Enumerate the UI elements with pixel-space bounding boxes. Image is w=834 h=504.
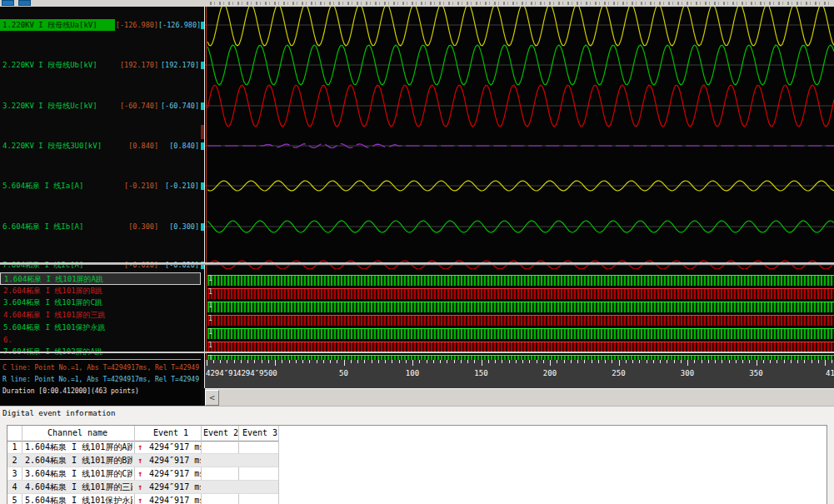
axis-tick bbox=[378, 360, 379, 363]
analog-channel-label: 7.604柘泉 I 线Ic[A] bbox=[0, 259, 115, 271]
event-table-row-3[interactable]: 33.604柘泉 I 线101屏的C跳↑4294″917 ms bbox=[7, 467, 827, 481]
digital-state-label: 1 bbox=[208, 342, 212, 349]
digital-channel-row-6[interactable]: 6. bbox=[0, 334, 201, 347]
analog-channel-row-7[interactable]: 7.604柘泉 I 线Ic[A][-0.020][-0.020] bbox=[0, 259, 201, 271]
analog-channel-label: 1.220KV I 段母线Ua[kV] bbox=[0, 19, 115, 31]
axis-tick bbox=[427, 360, 427, 363]
waveform-display-area[interactable]: 1111111 4294″914294″95005010015020025030… bbox=[205, 7, 834, 388]
event-channel-name: 5.604柘泉 I 线101保护永跳 bbox=[25, 494, 132, 504]
axis-tick bbox=[653, 360, 654, 363]
axis-tick bbox=[702, 360, 702, 363]
c-cursor-value: [0.840] bbox=[115, 142, 158, 150]
digital-channel-row-5[interactable]: 5.604柘泉 I 线101保护永跳 bbox=[0, 322, 201, 334]
axis-tick bbox=[474, 360, 475, 363]
analog-channel-row-1[interactable]: 1.220KV I 段母线Ua[kV][-126.980][-126.980] bbox=[0, 19, 201, 31]
analog-channel-row-2[interactable]: 2.220KV I 段母线Ub[kV][192.170][192.170] bbox=[0, 59, 201, 71]
axis-tick bbox=[302, 360, 303, 363]
axis-tick bbox=[557, 360, 557, 363]
r-cursor-value: [192.170] bbox=[158, 61, 201, 69]
axis-tick bbox=[275, 360, 276, 366]
row-number: 2 bbox=[7, 454, 22, 467]
analog-channel-label: 6.604柘泉 I 线Ib[A] bbox=[0, 221, 115, 232]
axis-tick bbox=[715, 360, 716, 363]
axis-tick bbox=[729, 360, 730, 363]
axis-major-label: 150 bbox=[474, 369, 487, 377]
axis-tick bbox=[502, 360, 502, 363]
splitter-handle bbox=[201, 125, 204, 139]
row-number: 1 bbox=[7, 441, 22, 454]
digital-channel-row-4[interactable]: 4.604柘泉 I 线101屏的三跳 bbox=[0, 309, 201, 322]
zero-level-marker bbox=[201, 22, 204, 29]
event-table-row-2[interactable]: 22.604柘泉 I 线101屏的B跳↑4294″917 ms bbox=[7, 454, 827, 467]
axis-tick bbox=[543, 360, 544, 363]
fault-recorder-viewer-window: 1.220KV I 段母线Ua[kV][-126.980][-126.980]2… bbox=[0, 0, 834, 504]
analog-channel-row-3[interactable]: 3.220KV I 段母线Uc[kV][-60.740][-60.740] bbox=[0, 100, 201, 112]
zero-level-marker bbox=[201, 182, 204, 190]
cursor-status-panel: C line: Point No.=1, Abs T=4294917ms, Re… bbox=[0, 359, 201, 406]
axis-tick bbox=[537, 360, 537, 363]
analog-channel-label: 4.220KV I 段母线3U0[kV] bbox=[0, 140, 115, 152]
row-number: 3 bbox=[7, 467, 22, 481]
time-axis: 4294″914294″95005010015020025030035041 bbox=[205, 360, 834, 388]
clipped-title-text bbox=[210, 2, 832, 5]
axis-edge-label-1: 4294″91 bbox=[206, 369, 237, 377]
axis-tick bbox=[399, 360, 400, 363]
axis-tick bbox=[681, 360, 682, 363]
axis-major-label: 100 bbox=[406, 369, 419, 377]
event1-time: 4294″917 ms bbox=[149, 481, 201, 494]
event-table-row-5[interactable]: 55.604柘泉 I 线101保护永跳↑4294″917 ms bbox=[7, 494, 827, 504]
axis-tick bbox=[337, 360, 337, 363]
r-cursor-value: [-60.740] bbox=[158, 102, 201, 110]
channel-list-panel: 1.220KV I 段母线Ua[kV][-126.980][-126.980]2… bbox=[0, 7, 201, 406]
event-table-row-4[interactable]: 44.604柘泉 I 线101屏的三跳↑4294″917 ms bbox=[7, 481, 827, 494]
axis-tick bbox=[818, 360, 819, 363]
axis-tick bbox=[323, 360, 324, 363]
axis-tick bbox=[227, 360, 227, 363]
event-table-row-1[interactable]: 11.604柘泉 I 线101屏的A跳↑4294″917 ms bbox=[7, 441, 827, 454]
c-cursor-value: [-60.740] bbox=[115, 102, 158, 110]
axis-tick bbox=[364, 360, 365, 363]
digital-event-section: Digital event information Channel name E… bbox=[0, 406, 834, 504]
axis-tick bbox=[784, 360, 785, 363]
axis-tick bbox=[467, 360, 468, 363]
toolbar-icon-2[interactable] bbox=[18, 0, 31, 6]
axis-tick bbox=[296, 360, 297, 363]
digital-channel-row-1[interactable]: 1.604柘泉 I 线101屏的A跳 bbox=[0, 272, 201, 285]
axis-tick bbox=[736, 360, 737, 363]
c-line-status: C line: Point No.=1, Abs T=4294917ms, Re… bbox=[2, 362, 201, 374]
c-cursor-value: [192.170] bbox=[115, 61, 158, 69]
axis-tick bbox=[447, 360, 447, 363]
axis-major-label: 300 bbox=[681, 369, 694, 377]
axis-tick bbox=[495, 360, 496, 363]
analog-channel-row-5[interactable]: 5.604柘泉 I 线Ia[A][-0.210][-0.210] bbox=[0, 180, 201, 192]
analog-channel-row-6[interactable]: 6.604柘泉 I 线Ib[A][0.300][0.300] bbox=[0, 221, 201, 232]
digital-trace-3: 1 bbox=[207, 302, 834, 312]
duration-status: Duration [0:00.412000](463 points) bbox=[2, 386, 201, 397]
digital-channel-row-3[interactable]: 3.604柘泉 I 线101屏的C跳 bbox=[0, 297, 201, 309]
axis-tick bbox=[461, 360, 462, 363]
analog-channel-row-4[interactable]: 4.220KV I 段母线3U0[kV][0.840][0.840] bbox=[0, 140, 201, 152]
axis-tick bbox=[667, 360, 667, 363]
axis-tick bbox=[207, 360, 207, 366]
axis-tick bbox=[309, 360, 310, 363]
digital-trace-2: 1 bbox=[207, 288, 834, 299]
scrollbar-left-arrow[interactable]: < bbox=[205, 390, 219, 406]
axis-tick bbox=[372, 360, 372, 363]
axis-major-label: 0 bbox=[272, 369, 277, 377]
digital-state-label: 1 bbox=[208, 275, 212, 282]
col-header-channel: Channel name bbox=[47, 426, 107, 441]
event1-time: 4294″917 ms bbox=[149, 467, 201, 481]
horizontal-scrollbar[interactable]: < bbox=[205, 388, 834, 406]
analog-digital-separator[interactable] bbox=[0, 262, 834, 265]
event-channel-name: 3.604柘泉 I 线101屏的C跳 bbox=[25, 467, 132, 481]
digital-channel-row-2[interactable]: 2.604柘泉 I 线101屏的B跳 bbox=[0, 285, 201, 297]
axis-tick bbox=[791, 360, 792, 363]
toolbar-icon-1[interactable] bbox=[2, 0, 14, 6]
axis-tick bbox=[757, 360, 757, 366]
axis-tick bbox=[639, 360, 640, 363]
axis-tick bbox=[344, 360, 345, 366]
event-channel-name: 2.604柘泉 I 线101屏的B跳 bbox=[25, 454, 132, 467]
axis-tick bbox=[674, 360, 675, 363]
zero-level-marker bbox=[201, 142, 204, 150]
c-cursor-line[interactable] bbox=[206, 7, 207, 360]
